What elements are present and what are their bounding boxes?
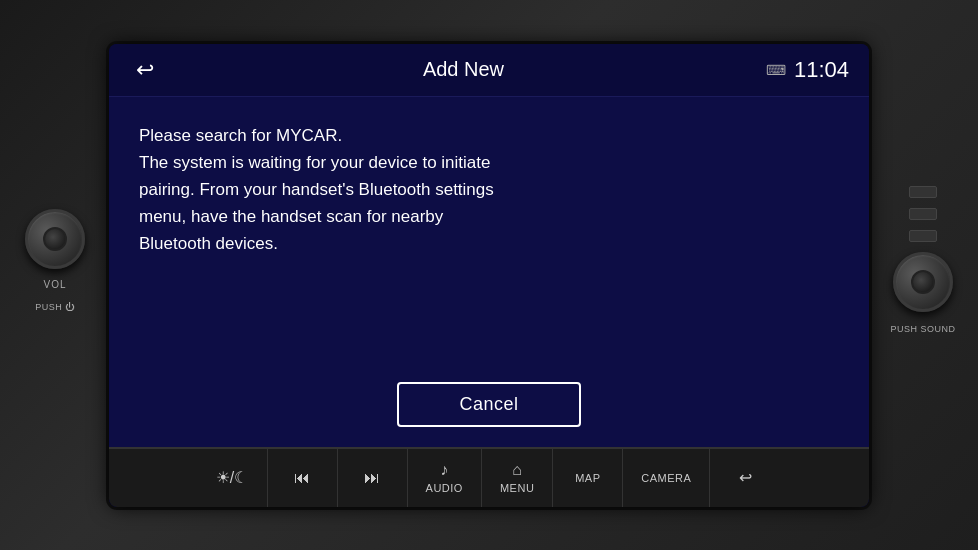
brightness-icon: ☀/☾ bbox=[216, 468, 248, 487]
back-nav-icon: ↩ bbox=[739, 468, 752, 487]
screen-title: Add New bbox=[161, 58, 766, 81]
main-content-area: Please search for MYCAR. The system is w… bbox=[109, 97, 869, 367]
sound-knob[interactable] bbox=[893, 252, 953, 312]
small-button-3[interactable] bbox=[909, 230, 937, 242]
push-sound-label: PUSH SOUND bbox=[890, 324, 955, 334]
bluetooth-icon: ⌨ bbox=[766, 62, 786, 78]
vol-label: VOL bbox=[43, 279, 66, 290]
bottom-control-bar: ☀/☾ ⏮ ⏭ ♪ AUDIO ⌂ MENU MAP CAMERA bbox=[109, 447, 869, 507]
next-track-button[interactable]: ⏭ bbox=[338, 449, 408, 507]
small-button-1[interactable] bbox=[909, 186, 937, 198]
top-bar: ↩ Add New ⌨ 11:04 bbox=[109, 44, 869, 97]
camera-button[interactable]: CAMERA bbox=[623, 449, 710, 507]
map-button[interactable]: MAP bbox=[553, 449, 623, 507]
screen-display: ↩ Add New ⌨ 11:04 Please search for MYCA… bbox=[109, 44, 869, 507]
message-line-4: menu, have the handset scan for nearby bbox=[139, 207, 443, 226]
menu-label: MENU bbox=[500, 482, 534, 494]
message-line-2: The system is waiting for your device to… bbox=[139, 153, 490, 172]
prev-icon: ⏮ bbox=[294, 469, 310, 487]
status-area: ⌨ 11:04 bbox=[766, 57, 849, 83]
map-label: MAP bbox=[575, 472, 600, 484]
prev-track-button[interactable]: ⏮ bbox=[268, 449, 338, 507]
right-control-area: PUSH SOUND bbox=[868, 50, 978, 470]
back-button[interactable]: ↩ bbox=[129, 54, 161, 86]
audio-label: AUDIO bbox=[426, 482, 463, 494]
camera-label: CAMERA bbox=[641, 472, 691, 484]
brightness-button[interactable]: ☀/☾ bbox=[198, 449, 268, 507]
cancel-area: Cancel bbox=[109, 367, 869, 447]
pairing-message: Please search for MYCAR. The system is w… bbox=[139, 122, 839, 258]
volume-knob[interactable] bbox=[25, 209, 85, 269]
small-button-2[interactable] bbox=[909, 208, 937, 220]
message-line-5: Bluetooth devices. bbox=[139, 234, 278, 253]
left-control-area: VOL PUSH ⏻ bbox=[0, 50, 110, 470]
home-icon: ⌂ bbox=[512, 461, 522, 479]
message-line-1: Please search for MYCAR. bbox=[139, 126, 342, 145]
clock-display: 11:04 bbox=[794, 57, 849, 83]
audio-icon: ♪ bbox=[440, 461, 448, 479]
message-line-3: pairing. From your handset's Bluetooth s… bbox=[139, 180, 494, 199]
push-power-label: PUSH ⏻ bbox=[35, 302, 75, 312]
infotainment-screen: ↩ Add New ⌨ 11:04 Please search for MYCA… bbox=[109, 44, 869, 507]
menu-button[interactable]: ⌂ MENU bbox=[482, 449, 553, 507]
audio-button[interactable]: ♪ AUDIO bbox=[408, 449, 482, 507]
back-nav-button[interactable]: ↩ bbox=[710, 449, 780, 507]
cancel-button[interactable]: Cancel bbox=[397, 382, 580, 427]
next-icon: ⏭ bbox=[364, 469, 380, 487]
